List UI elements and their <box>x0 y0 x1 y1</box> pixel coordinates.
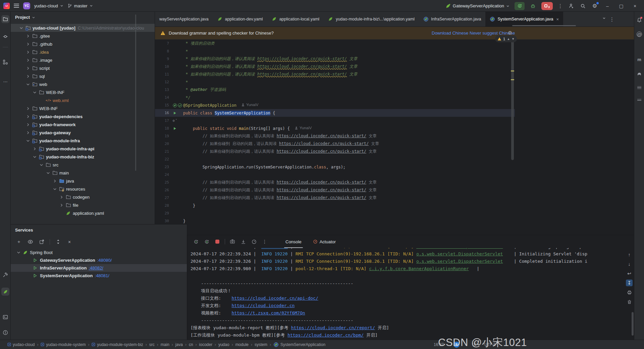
git-branch-widget[interactable]: master <box>67 3 93 8</box>
tab-scrollbar[interactable] <box>512 25 576 26</box>
scroll-down-icon[interactable]: ↓ <box>626 261 633 267</box>
breadcrumb-item[interactable]: cn <box>189 342 193 347</box>
thread-dump-camera-icon[interactable] <box>229 238 236 245</box>
console-text[interactable]: c.i.y.f.b.core.BannerApplicationRunner <box>369 266 469 271</box>
service-item[interactable]: GatewayServerApplication:48080/ <box>11 256 187 264</box>
console-text[interactable]: o.s.web.servlet.DispatcherServlet <box>416 259 503 264</box>
breadcrumb-item[interactable]: yudao-cloud <box>7 342 35 347</box>
minimize-button[interactable]: – <box>603 3 612 9</box>
project-tree-scrollbar[interactable] <box>135 14 136 171</box>
chevron-right-icon[interactable] <box>59 203 64 207</box>
chevron-down-icon[interactable] <box>16 250 21 255</box>
tab-options-icon[interactable]: ⋮ <box>609 16 614 22</box>
chevron-down-icon[interactable] <box>52 187 57 191</box>
hidden-tabs-chevron-icon[interactable] <box>602 16 606 20</box>
chevron-down-icon[interactable] <box>19 26 23 30</box>
breadcrumb-item[interactable]: src <box>149 342 155 347</box>
project-tree-item[interactable]: web <box>11 80 155 88</box>
terminal-toolwindow-icon[interactable] <box>1 313 9 321</box>
rerun-icon[interactable] <box>193 238 199 245</box>
project-tree-item[interactable]: yudao-module-infra-api <box>11 145 155 153</box>
console-scrollbar[interactable] <box>632 312 634 336</box>
service-port-link[interactable]: :48082/ <box>89 265 103 270</box>
console-output[interactable]: 2024-07-17 20:22:39.321 | INFO 19220 | R… <box>187 248 625 340</box>
export-icon[interactable] <box>240 238 247 245</box>
project-tree-item[interactable]: yudao-dependencies <box>11 112 155 120</box>
run-configuration-selector[interactable]: GatewayServerApplication <box>445 3 509 9</box>
tab-file[interactable]: application-local.yaml <box>267 12 324 27</box>
project-toolwindow-icon[interactable] <box>1 15 9 23</box>
chevron-right-icon[interactable] <box>25 74 30 79</box>
run-gutter-icon[interactable] <box>171 127 183 131</box>
project-tree-item[interactable]: </>web.xml <box>11 96 155 104</box>
chevron-right-icon[interactable] <box>25 42 30 46</box>
breadcrumb-item[interactable]: SystemServerApplication <box>273 342 325 347</box>
project-tree-item[interactable]: sql <box>11 72 155 80</box>
maximize-button[interactable]: ▢ <box>617 3 626 9</box>
chevron-right-icon[interactable] <box>52 179 57 183</box>
rerun-button[interactable] <box>515 2 525 10</box>
clear-console-icon[interactable] <box>626 298 633 305</box>
run-gutter-icon[interactable] <box>171 111 183 115</box>
service-port-link[interactable]: :48081/ <box>95 273 109 278</box>
collapse-all-icon[interactable]: × <box>66 239 73 245</box>
view-options-icon[interactable] <box>27 239 34 245</box>
expand-collapse-icon[interactable] <box>55 239 61 245</box>
chevron-right-icon[interactable] <box>32 146 37 151</box>
console-text[interactable]: o.s.web.servlet.DispatcherServlet <box>416 251 503 256</box>
prev-warning-icon[interactable]: ▲ <box>507 37 510 41</box>
project-panel-header[interactable]: Project <box>11 12 155 23</box>
breadcrumb-item[interactable]: iocoder <box>199 342 212 347</box>
scroll-to-end-icon[interactable]: ↧ <box>626 280 633 286</box>
more-toolwindows-icon[interactable]: ⋯ <box>1 78 9 86</box>
project-tree-item[interactable]: file <box>11 201 155 209</box>
main-menu-icon[interactable] <box>14 4 19 8</box>
chevron-right-icon[interactable] <box>25 106 30 111</box>
services-panel-header[interactable]: Services <box>11 225 187 235</box>
breadcrumb-item[interactable]: yudao-module-system-biz <box>92 342 143 347</box>
close-button[interactable]: × <box>631 3 639 9</box>
stop-icon[interactable] <box>214 238 221 245</box>
console-link[interactable]: https://t.zsxq.com/02Yf6M7Qn <box>231 310 305 315</box>
project-tree-item[interactable]: .image <box>11 56 155 64</box>
problems-toolwindow-icon[interactable] <box>1 329 9 337</box>
inspections-widget[interactable]: 1 ▲ ▼ <box>495 36 517 42</box>
breadcrumb-item[interactable]: system <box>255 342 267 347</box>
chevron-down-icon[interactable] <box>46 170 50 175</box>
warning-stripe-mark[interactable] <box>511 70 514 71</box>
project-tree-item[interactable]: WEB-INF <box>11 104 155 112</box>
project-tree-item[interactable]: script <box>11 64 155 72</box>
build-toolwindow-icon[interactable] <box>1 271 9 279</box>
chevron-right-icon[interactable] <box>25 122 30 127</box>
chevron-down-icon[interactable] <box>25 138 30 143</box>
chevron-down-icon[interactable] <box>32 154 37 159</box>
project-tree-item[interactable]: yudao-module-infra <box>11 137 155 145</box>
spring2-gutter-icon[interactable] <box>171 103 183 108</box>
tab-active-file[interactable]: SystemServerApplication.java× <box>485 12 563 27</box>
maven-toolwindow-icon[interactable]: m <box>635 55 643 63</box>
project-tree-item[interactable]: main <box>11 169 155 177</box>
notifications-bell-icon[interactable] <box>635 16 643 24</box>
code-editor[interactable]: 7 * 项目的启动类8 *9 * 如果你碰到启动的问题，请认真阅读 https:… <box>155 40 634 235</box>
open-in-new-tab-icon[interactable] <box>38 239 45 245</box>
chevron-right-icon[interactable] <box>25 130 30 135</box>
download-chinese-link[interactable]: Download Chinese <box>432 31 468 36</box>
settings-gear-icon[interactable]: ⚙ <box>591 3 598 9</box>
print-icon[interactable] <box>626 289 633 296</box>
service-item[interactable]: SystemServerApplication:48081/ <box>11 272 187 280</box>
project-tree-item[interactable]: .github <box>11 40 155 48</box>
editor-scrollbar[interactable] <box>511 41 514 160</box>
chevron-right-icon[interactable] <box>25 114 30 119</box>
chevron-right-icon[interactable] <box>25 34 30 38</box>
project-tree-item[interactable]: java <box>11 177 155 185</box>
breadcrumb-item[interactable]: main <box>161 342 169 347</box>
project-tree-item[interactable]: yudao-module-infra-biz <box>11 153 155 161</box>
author-inlay-hint[interactable]: YunaiV <box>241 103 258 107</box>
banner-settings-gear-icon[interactable]: ⚙ <box>508 30 512 36</box>
console-text[interactable]: o.s.web.servlet.DispatcherServlet <box>416 248 503 249</box>
search-everywhere-icon[interactable] <box>580 3 586 9</box>
service-item[interactable]: InfraServerApplication:48082/ <box>11 264 187 272</box>
project-tree-item[interactable]: .idea <box>11 48 155 56</box>
chevron-down-icon[interactable] <box>25 82 30 87</box>
chevron-down-icon[interactable] <box>39 162 44 167</box>
